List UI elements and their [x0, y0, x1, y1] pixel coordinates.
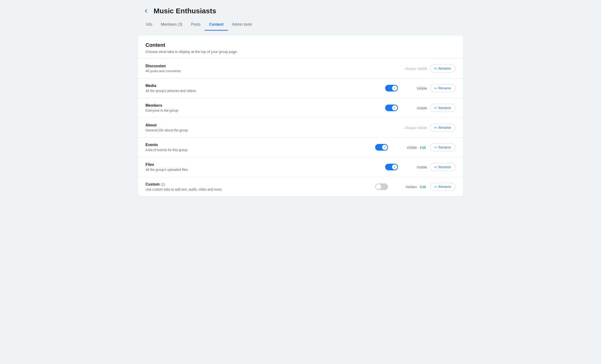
rename-button-members[interactable]: ✏ Rename — [430, 104, 455, 112]
page-title: Music Enthusiasts — [154, 7, 216, 15]
row-desc-events: A list of events for this group. — [146, 148, 368, 152]
status-files: Visible — [401, 165, 427, 169]
edit-link-events[interactable]: Edit — [420, 145, 426, 149]
row-title-media: Media — [146, 84, 378, 88]
toggle-check-icon: ✓ — [394, 166, 396, 169]
card-title: Content — [146, 42, 455, 48]
row-info-custom: Custom (1) Use custom tabs to add text, … — [146, 182, 368, 191]
pencil-icon: ✏ — [434, 87, 437, 90]
row-info-members: Members Everyone in the group — [146, 103, 378, 112]
tab-posts[interactable]: Posts — [187, 19, 205, 31]
row-info-events: Events A list of events for this group. — [146, 143, 368, 152]
row-events: Events A list of events for this group. … — [138, 138, 463, 157]
tab-members[interactable]: Members (3) — [157, 19, 187, 31]
status-events: Visible — [391, 145, 417, 149]
status-custom: Hidden — [391, 185, 417, 189]
pencil-icon: ✏ — [434, 67, 437, 70]
row-info-media: Media All the group's pictures and video… — [146, 84, 378, 93]
row-actions-discussion: Always visible ✏ Rename — [401, 64, 455, 72]
row-info-discussion: Discussion All posts and comments — [146, 64, 393, 73]
rename-button-events[interactable]: ✏ Rename — [430, 143, 455, 151]
status-members: Visible — [401, 106, 427, 110]
row-info-files: Files All the group's uploaded files — [146, 163, 378, 172]
pencil-icon: ✏ — [434, 165, 437, 169]
toggle-check-icon: ✓ — [394, 87, 396, 90]
row-title-about: About — [146, 123, 393, 127]
rename-button-files[interactable]: ✏ Rename — [430, 163, 455, 171]
row-actions-members: ✓ Visible ✏ Rename — [385, 104, 455, 112]
rename-button-media[interactable]: ✏ Rename — [430, 84, 455, 92]
card-subtitle: Choose what tabs to display at the top o… — [146, 50, 455, 54]
row-custom: Custom (1) Use custom tabs to add text, … — [138, 177, 463, 197]
row-members: Members Everyone in the group ✓ Visible … — [138, 98, 463, 118]
pencil-icon: ✏ — [434, 126, 437, 129]
status-discussion: Always visible — [401, 67, 427, 70]
row-desc-about: General info about the group — [146, 128, 393, 132]
rename-button-about[interactable]: ✏ Rename — [430, 124, 455, 132]
toggle-check-icon: ✓ — [384, 146, 386, 149]
row-about: About General info about the group Alway… — [138, 118, 463, 138]
page-header: Music Enthusiasts — [134, 0, 467, 15]
row-title-discussion: Discussion — [146, 64, 393, 68]
tab-info[interactable]: Info — [142, 19, 157, 31]
row-actions-files: ✓ Visible ✏ Rename — [385, 163, 455, 171]
row-files: Files All the group's uploaded files ✓ V… — [138, 157, 463, 177]
row-actions-media: ✓ Visible ✏ Rename — [385, 84, 455, 92]
custom-badge: (1) — [161, 182, 165, 186]
row-desc-media: All the group's pictures and videos — [146, 89, 378, 93]
row-title-members: Members — [146, 103, 378, 108]
row-title-events: Events — [146, 143, 368, 147]
toggle-members[interactable]: ✓ — [385, 105, 398, 111]
row-desc-members: Everyone in the group — [146, 108, 378, 112]
toggle-custom[interactable] — [375, 183, 388, 190]
row-actions-events: ✓ Visible Edit ✏ Rename — [375, 143, 455, 151]
row-actions-custom: Hidden Edit ✏ Rename — [375, 183, 455, 191]
toggle-files[interactable]: ✓ — [385, 164, 398, 170]
tab-content[interactable]: Content — [205, 19, 228, 31]
card-header: Content Choose what tabs to display at t… — [138, 35, 463, 59]
toggle-check-icon: ✓ — [394, 107, 396, 109]
status-about: Always visible — [401, 126, 427, 130]
row-desc-files: All the group's uploaded files — [146, 168, 378, 172]
content-card: Content Choose what tabs to display at t… — [138, 35, 463, 197]
row-info-about: About General info about the group — [146, 123, 393, 132]
tab-admin-tools[interactable]: Admin tools — [228, 19, 256, 31]
row-title-custom: Custom (1) — [146, 182, 368, 187]
pencil-icon: ✏ — [434, 146, 437, 149]
toggle-events[interactable]: ✓ — [375, 144, 388, 151]
rename-button-custom[interactable]: ✏ Rename — [430, 183, 455, 191]
toggle-media[interactable]: ✓ — [385, 85, 398, 91]
rename-button-discussion[interactable]: ✏ Rename — [430, 64, 455, 72]
pencil-icon: ✏ — [434, 185, 437, 189]
row-title-files: Files — [146, 163, 378, 167]
row-actions-about: Always visible ✏ Rename — [401, 124, 455, 132]
back-button[interactable] — [142, 7, 150, 15]
row-media: Media All the group's pictures and video… — [138, 79, 463, 98]
row-desc-custom: Use custom tabs to add text, audio, vide… — [146, 187, 368, 191]
pencil-icon: ✏ — [434, 106, 437, 110]
page-wrapper: Music Enthusiasts Info Members (3) Posts… — [134, 0, 467, 197]
status-media: Visible — [401, 86, 427, 90]
nav-tabs: Info Members (3) Posts Content Admin too… — [134, 19, 467, 31]
row-desc-discussion: All posts and comments — [146, 69, 393, 73]
row-discussion: Discussion All posts and comments Always… — [138, 59, 463, 79]
edit-link-custom[interactable]: Edit — [420, 185, 426, 189]
